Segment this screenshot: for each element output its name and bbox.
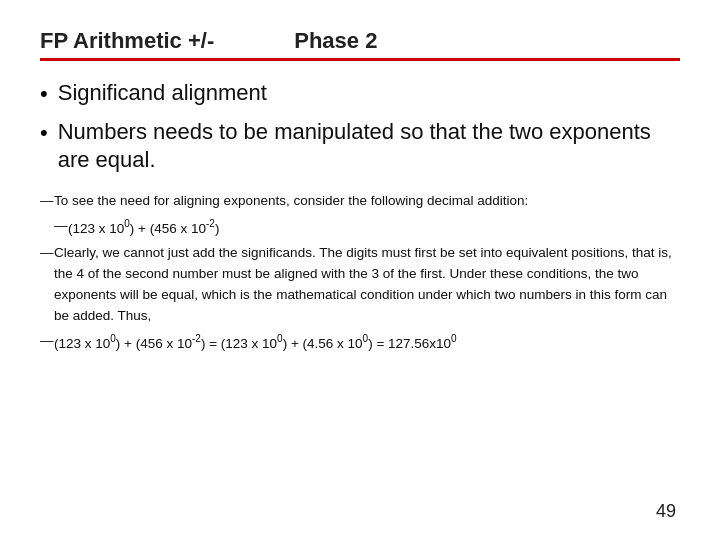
bullet-text-1: Significand alignment (58, 79, 267, 108)
bullet-text-2: Numbers needs to be manipulated so that … (58, 118, 680, 175)
dash-symbol-3: — (40, 243, 54, 264)
slide-title: FP Arithmetic +/- (40, 28, 214, 54)
page-number: 49 (656, 501, 676, 522)
bullet-dot-1: • (40, 81, 48, 107)
dash-item-4: — (123 x 100) + (456 x 10-2) = (123 x 10… (40, 331, 680, 354)
slide-header: FP Arithmetic +/- Phase 2 (40, 28, 680, 54)
bullet-dot-2: • (40, 120, 48, 146)
dash-symbol-2: — (54, 216, 68, 237)
dash-list: — To see the need for aligning exponents… (40, 191, 680, 354)
dash-item-2: — (123 x 100) + (456 x 10-2) (54, 216, 680, 239)
dash-symbol-1: — (40, 191, 54, 212)
dash-symbol-4: — (40, 331, 54, 352)
dash-item-1: — To see the need for aligning exponents… (40, 191, 680, 212)
dash-text-2: (123 x 100) + (456 x 10-2) (68, 216, 680, 239)
header-divider (40, 58, 680, 61)
dash-item-3: — Clearly, we cannot just add the signif… (40, 243, 680, 327)
dash-text-1: To see the need for aligning exponents, … (54, 191, 680, 212)
slide: FP Arithmetic +/- Phase 2 • Significand … (0, 0, 720, 540)
bullet-item-1: • Significand alignment (40, 79, 680, 108)
bullet-item-2: • Numbers needs to be manipulated so tha… (40, 118, 680, 175)
dash-text-4: (123 x 100) + (456 x 10-2) = (123 x 100)… (54, 331, 680, 354)
bullet-list: • Significand alignment • Numbers needs … (40, 79, 680, 175)
slide-phase: Phase 2 (294, 28, 377, 54)
dash-text-3: Clearly, we cannot just add the signific… (54, 243, 680, 327)
